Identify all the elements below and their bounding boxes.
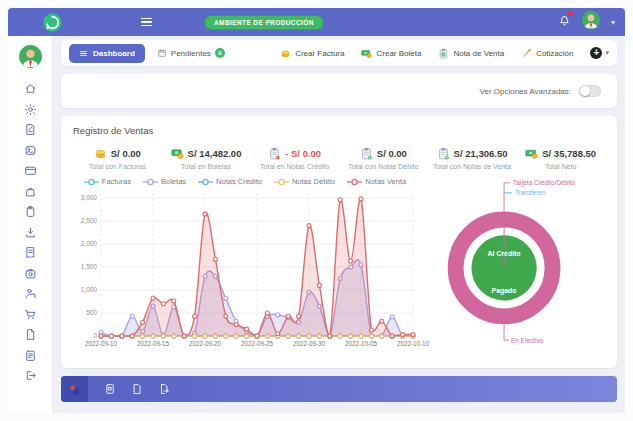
legend-item-notas-venta[interactable]: Notas Venta [347,177,406,186]
svg-text:3,000: 3,000 [81,194,98,201]
toolbar-item-document-export[interactable] [150,376,177,402]
logout-icon [24,369,37,382]
sales-title: Registro de Ventas [73,125,605,136]
clipboard-icon [24,205,37,218]
sidebar-item-invoice[interactable] [21,246,39,259]
shopping-bag-icon [24,185,37,198]
calendar-icon [157,48,167,58]
chevron-down-icon[interactable]: ▾ [611,18,615,27]
payment-donut-chart: Tarjeta Crédito/DébitoTransferenAl Crédi… [417,175,605,353]
sidebar-item-user-desk[interactable] [21,287,39,300]
legend-label: Notas Débito [292,177,335,186]
app-frame: AMBIENTE DE PRODUCCIÓN ▾ Dashboard [8,8,625,413]
stat-label: Total con Notas Débito [348,163,418,170]
money-icon [361,48,372,59]
toggle-knob [580,86,590,96]
svg-text:2022-09-15: 2022-09-15 [137,340,170,347]
camera-icon [24,267,37,280]
payment-donut-chart-area: Tarjeta Crédito/DébitoTransferenAl Crédi… [417,175,605,360]
svg-text:Tarjeta Crédito/Débito: Tarjeta Crédito/Débito [513,179,575,187]
main-content: Dashboard Pendientes 0 Crear FacturaCrea… [53,36,625,413]
brand-logo-icon[interactable] [42,12,63,33]
report-icon [24,349,37,362]
tab-dashboard[interactable]: Dashboard [69,44,145,63]
legend-label: Boletas [161,177,186,186]
svg-text:2022-09-20: 2022-09-20 [189,340,222,347]
coins-icon [280,48,291,59]
sales-register-card: Registro de Ventas S/ 0.00 Total con Fac… [61,116,617,368]
svg-text:1,000: 1,000 [81,286,98,293]
sidebar-item-camera[interactable] [21,267,39,280]
legend-label: Notas Venta [365,177,406,186]
action-crear-factura[interactable]: Crear Factura [280,48,344,59]
advanced-options-toggle[interactable] [579,85,601,97]
tab-pendientes[interactable]: Pendientes 0 [157,48,225,58]
toolbar-item-brand-mark[interactable] [61,376,88,402]
sidebar-item-clipboard[interactable] [21,205,39,218]
coins-icon [94,147,107,160]
download-icon [24,226,37,239]
sidebar-item-download[interactable] [21,226,39,239]
legend-item-facturas[interactable]: Facturas [84,177,131,186]
sidebar-item-file[interactable] [21,328,39,341]
clipboard-plus-icon [437,147,450,160]
user-avatar[interactable] [581,10,601,34]
legend-item-boletas[interactable]: Boletas [143,177,186,186]
clipboard-minus-icon [268,147,281,160]
toolbar-item-tablet[interactable] [96,376,123,402]
tab-pendientes-label: Pendientes [171,49,211,58]
legend-marker-icon [347,178,362,186]
tablet-icon [104,383,116,395]
legend-marker-icon [198,178,213,186]
sidebar-item-credit-card[interactable] [21,164,39,177]
sidebar-item-cart[interactable] [21,308,39,321]
svg-text:En Efectivo: En Efectivo [511,337,544,344]
clipboard-plus-icon [360,147,373,160]
advanced-options-label: Ver Opciones Avanzadas: [480,87,571,96]
stat-total-con-notas-debito: S/ 0.00 Total con Notas Débito [339,147,428,170]
action-crear-boleta[interactable]: Crear Boleta [361,48,421,59]
sidebar-avatar[interactable] [18,44,43,73]
stat-value: S/ 0.00 [377,148,407,159]
legend-label: Facturas [102,177,131,186]
menu-icon[interactable] [141,18,152,27]
bottom-toolbar [61,376,617,402]
svg-text:2022-10-05: 2022-10-05 [345,340,378,347]
stat-label: Total en Boletas [181,163,231,170]
svg-text:2,500: 2,500 [81,217,98,224]
sidebar-item-home[interactable] [21,82,39,95]
quick-actions: Crear FacturaCrear BoletaNota de VentaCo… [280,47,609,59]
sidebar-item-shopping-bag[interactable] [21,185,39,198]
plus-icon: + [590,47,602,59]
sidebar-item-report[interactable] [21,349,39,362]
sidebar-item-logout[interactable] [21,369,39,382]
top-header: AMBIENTE DE PRODUCCIÓN ▾ [8,8,625,36]
brand-mark-icon [68,383,81,396]
document-export-icon [158,383,170,395]
home-icon [24,82,37,95]
legend-marker-icon [274,178,289,186]
stat-label: Total con Notas de Venta [433,163,511,170]
svg-text:2022-09-25: 2022-09-25 [241,340,274,347]
stat-total-neto: S/ 35,788.50 Total Neto [516,147,605,170]
tab-dashboard-label: Dashboard [93,49,135,58]
stat-value: S/ 0.00 [111,148,141,159]
stat-value: - S/ 0.00 [285,148,321,159]
action-nota-de-venta[interactable]: Nota de Venta [438,48,504,59]
svg-text:Pagado: Pagado [492,287,517,295]
action-cotizacion[interactable]: Cotización [521,48,573,59]
bell-icon[interactable] [558,13,571,31]
legend-marker-icon [143,178,158,186]
legend-item-notas-debito[interactable]: Notas Débito [274,177,335,186]
toolbar-item-document[interactable] [123,376,150,402]
legend-item-notas-credito[interactable]: Notas Crédito [198,177,262,186]
svg-text:2022-09-10: 2022-09-10 [85,340,118,347]
image-icon [24,144,37,157]
sidebar-item-image[interactable] [21,144,39,157]
add-document-button[interactable]: +▾ [590,47,609,59]
sidebar-item-settings[interactable] [21,103,39,116]
credit-card-icon [24,164,37,177]
action-label: Crear Boleta [376,49,421,58]
sidebar-item-document-edit[interactable] [21,123,39,136]
action-label: Crear Factura [295,49,344,58]
